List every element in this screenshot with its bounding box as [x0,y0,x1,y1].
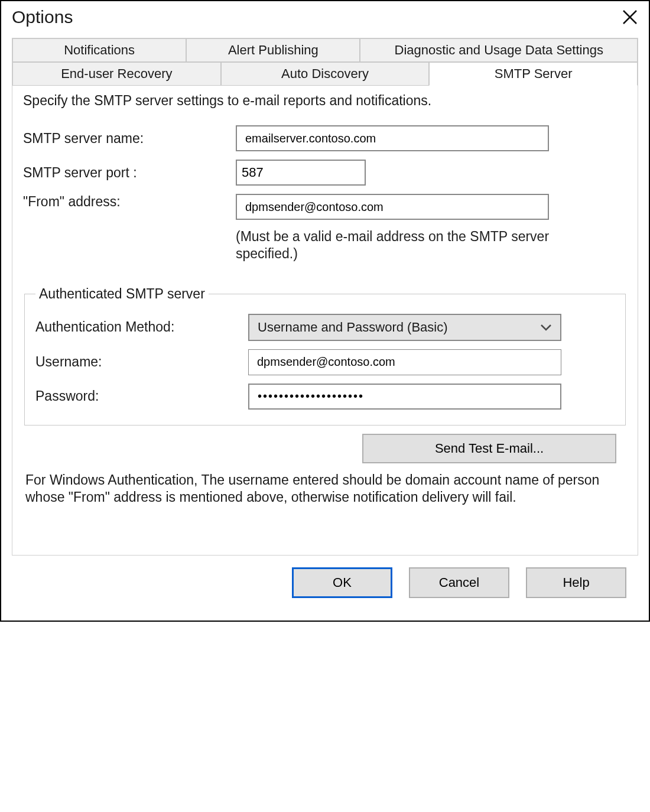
smtp-from-hint: (Must be a valid e-mail address on the S… [236,228,555,262]
smtp-intro-text: Specify the SMTP server settings to e-ma… [23,93,627,109]
tab-end-user-recovery[interactable]: End-user Recovery [12,62,221,86]
smtp-from-input[interactable] [236,194,549,220]
smtp-server-name-label: SMTP server name: [23,131,236,147]
tab-control: Notifications Alert Publishing Diagnosti… [12,38,638,556]
windows-auth-note: For Windows Authentication, The username… [25,472,625,507]
window-title: Options [12,7,73,27]
smtp-server-port-label: SMTP server port : [23,165,236,181]
auth-username-input[interactable] [248,349,561,375]
tab-smtp-server[interactable]: SMTP Server [429,62,638,86]
auth-method-value: Username and Password (Basic) [258,320,448,335]
auth-username-label: Username: [35,354,248,370]
help-button[interactable]: Help [526,567,626,598]
auth-password-input[interactable] [248,384,561,410]
auth-method-label: Authentication Method: [35,319,248,335]
tab-auto-discovery[interactable]: Auto Discovery [221,62,430,86]
tab-diagnostic-usage[interactable]: Diagnostic and Usage Data Settings [360,38,638,62]
auth-group-legend: Authenticated SMTP server [35,286,209,302]
client-area: Notifications Alert Publishing Diagnosti… [1,38,649,621]
send-test-email-button[interactable]: Send Test E-mail... [362,434,616,463]
chevron-down-icon [540,323,552,332]
titlebar: Options [1,1,649,38]
tab-page-smtp: Specify the SMTP server settings to e-ma… [12,86,638,555]
cancel-button[interactable]: Cancel [409,567,509,598]
auth-method-dropdown[interactable]: Username and Password (Basic) [248,314,561,341]
smtp-server-port-input[interactable] [236,160,366,186]
tab-strip: Notifications Alert Publishing Diagnosti… [12,38,638,86]
ok-button[interactable]: OK [292,567,392,598]
tab-alert-publishing[interactable]: Alert Publishing [186,38,360,62]
smtp-server-name-input[interactable] [236,125,549,151]
close-icon[interactable] [622,9,638,25]
auth-password-label: Password: [35,388,248,404]
tab-notifications[interactable]: Notifications [12,38,186,62]
options-dialog: Options Notifications Alert Publishing D… [0,0,650,622]
auth-groupbox: Authenticated SMTP server Authentication… [24,286,626,426]
dialog-button-bar: OK Cancel Help [12,556,638,610]
smtp-from-label: "From" address: [23,194,236,210]
